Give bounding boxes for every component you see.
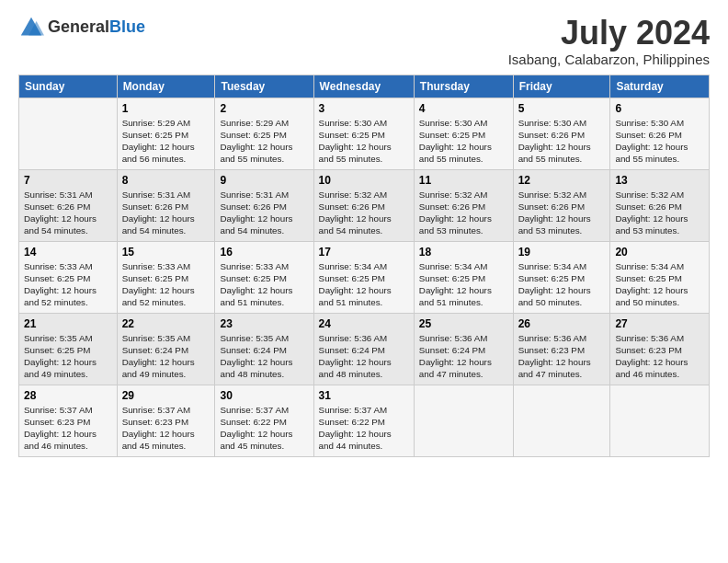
calendar-week-5: 28Sunrise: 5:37 AMSunset: 6:23 PMDayligh… <box>19 385 710 456</box>
day-number: 13 <box>615 174 704 187</box>
day-number: 4 <box>419 102 508 115</box>
day-number: 22 <box>122 317 210 330</box>
calendar-cell: 12Sunrise: 5:32 AMSunset: 6:26 PMDayligh… <box>513 169 610 241</box>
calendar-cell: 16Sunrise: 5:33 AMSunset: 6:25 PMDayligh… <box>215 241 313 313</box>
cell-content: Sunrise: 5:29 AMSunset: 6:25 PMDaylight:… <box>122 117 210 166</box>
cell-content: Sunrise: 5:37 AMSunset: 6:22 PMDaylight:… <box>319 404 409 453</box>
calendar-cell: 22Sunrise: 5:35 AMSunset: 6:24 PMDayligh… <box>117 313 215 385</box>
day-number: 14 <box>24 246 112 259</box>
calendar-cell: 17Sunrise: 5:34 AMSunset: 6:25 PMDayligh… <box>313 241 414 313</box>
calendar-cell: 14Sunrise: 5:33 AMSunset: 6:25 PMDayligh… <box>19 241 118 313</box>
day-number: 25 <box>419 317 508 330</box>
cell-content: Sunrise: 5:31 AMSunset: 6:26 PMDaylight:… <box>220 189 308 237</box>
cell-content: Sunrise: 5:29 AMSunset: 6:25 PMDaylight:… <box>220 117 308 166</box>
calendar-cell <box>414 385 513 456</box>
calendar-week-2: 7Sunrise: 5:31 AMSunset: 6:26 PMDaylight… <box>19 169 710 241</box>
cell-content: Sunrise: 5:34 AMSunset: 6:25 PMDaylight:… <box>319 260 409 309</box>
day-number: 5 <box>518 102 606 115</box>
day-number: 31 <box>319 389 409 402</box>
calendar-cell: 20Sunrise: 5:34 AMSunset: 6:25 PMDayligh… <box>610 241 710 313</box>
day-number: 23 <box>220 317 308 330</box>
header-row: Sunday Monday Tuesday Wednesday Thursday… <box>19 75 710 98</box>
calendar-cell: 13Sunrise: 5:32 AMSunset: 6:26 PMDayligh… <box>610 169 710 241</box>
day-number: 18 <box>419 246 508 259</box>
calendar-cell: 19Sunrise: 5:34 AMSunset: 6:25 PMDayligh… <box>513 241 610 313</box>
cell-content: Sunrise: 5:30 AMSunset: 6:25 PMDaylight:… <box>319 117 409 166</box>
calendar-cell: 31Sunrise: 5:37 AMSunset: 6:22 PMDayligh… <box>313 385 414 456</box>
cell-content: Sunrise: 5:34 AMSunset: 6:25 PMDaylight:… <box>419 260 508 309</box>
cell-content: Sunrise: 5:34 AMSunset: 6:25 PMDaylight:… <box>518 260 606 309</box>
calendar-cell: 2Sunrise: 5:29 AMSunset: 6:25 PMDaylight… <box>215 98 313 169</box>
cell-content: Sunrise: 5:32 AMSunset: 6:26 PMDaylight:… <box>419 189 508 237</box>
col-sunday: Sunday <box>19 75 118 98</box>
calendar-cell <box>610 385 710 456</box>
day-number: 7 <box>24 174 112 187</box>
col-friday: Friday <box>513 75 610 98</box>
calendar-cell <box>513 385 610 456</box>
day-number: 1 <box>122 102 210 115</box>
calendar-table: Sunday Monday Tuesday Wednesday Thursday… <box>18 75 710 457</box>
day-number: 11 <box>419 174 508 187</box>
day-number: 3 <box>319 102 409 115</box>
cell-content: Sunrise: 5:35 AMSunset: 6:24 PMDaylight:… <box>122 332 210 381</box>
calendar-cell: 30Sunrise: 5:37 AMSunset: 6:22 PMDayligh… <box>215 385 313 456</box>
col-thursday: Thursday <box>414 75 513 98</box>
logo-icon <box>18 15 44 40</box>
calendar-cell: 27Sunrise: 5:36 AMSunset: 6:23 PMDayligh… <box>610 313 710 385</box>
day-number: 20 <box>615 246 704 259</box>
day-number: 27 <box>615 317 704 330</box>
day-number: 10 <box>319 174 409 187</box>
cell-content: Sunrise: 5:32 AMSunset: 6:26 PMDaylight:… <box>319 189 409 237</box>
day-number: 6 <box>615 102 704 115</box>
calendar-body: 1Sunrise: 5:29 AMSunset: 6:25 PMDaylight… <box>19 98 710 456</box>
day-number: 16 <box>220 246 308 259</box>
day-number: 28 <box>24 389 112 402</box>
col-saturday: Saturday <box>610 75 710 98</box>
logo-general-text: GeneralBlue <box>48 18 145 37</box>
cell-content: Sunrise: 5:35 AMSunset: 6:25 PMDaylight:… <box>24 332 112 381</box>
calendar-cell: 29Sunrise: 5:37 AMSunset: 6:23 PMDayligh… <box>117 385 215 456</box>
cell-content: Sunrise: 5:36 AMSunset: 6:23 PMDaylight:… <box>615 332 704 381</box>
calendar-cell: 26Sunrise: 5:36 AMSunset: 6:23 PMDayligh… <box>513 313 610 385</box>
calendar-cell: 4Sunrise: 5:30 AMSunset: 6:25 PMDaylight… <box>414 98 513 169</box>
col-monday: Monday <box>117 75 215 98</box>
day-number: 24 <box>319 317 409 330</box>
calendar-cell: 8Sunrise: 5:31 AMSunset: 6:26 PMDaylight… <box>117 169 215 241</box>
subtitle: Isabang, Calabarzon, Philippines <box>508 52 710 67</box>
calendar-cell: 9Sunrise: 5:31 AMSunset: 6:26 PMDaylight… <box>215 169 313 241</box>
cell-content: Sunrise: 5:32 AMSunset: 6:26 PMDaylight:… <box>615 189 704 237</box>
day-number: 15 <box>122 246 210 259</box>
cell-content: Sunrise: 5:33 AMSunset: 6:25 PMDaylight:… <box>122 260 210 309</box>
day-number: 21 <box>24 317 112 330</box>
calendar-cell <box>19 98 118 169</box>
calendar-week-1: 1Sunrise: 5:29 AMSunset: 6:25 PMDaylight… <box>19 98 710 169</box>
calendar-cell: 7Sunrise: 5:31 AMSunset: 6:26 PMDaylight… <box>19 169 118 241</box>
cell-content: Sunrise: 5:33 AMSunset: 6:25 PMDaylight:… <box>220 260 308 309</box>
day-number: 12 <box>518 174 606 187</box>
cell-content: Sunrise: 5:32 AMSunset: 6:26 PMDaylight:… <box>518 189 606 237</box>
day-number: 30 <box>220 389 308 402</box>
day-number: 9 <box>220 174 308 187</box>
day-number: 29 <box>122 389 210 402</box>
calendar-cell: 28Sunrise: 5:37 AMSunset: 6:23 PMDayligh… <box>19 385 118 456</box>
cell-content: Sunrise: 5:37 AMSunset: 6:22 PMDaylight:… <box>220 404 308 453</box>
header: GeneralBlue July 2024 Isabang, Calabarzo… <box>18 15 710 67</box>
col-wednesday: Wednesday <box>313 75 414 98</box>
calendar-cell: 5Sunrise: 5:30 AMSunset: 6:26 PMDaylight… <box>513 98 610 169</box>
cell-content: Sunrise: 5:36 AMSunset: 6:24 PMDaylight:… <box>419 332 508 381</box>
calendar-cell: 18Sunrise: 5:34 AMSunset: 6:25 PMDayligh… <box>414 241 513 313</box>
day-number: 17 <box>319 246 409 259</box>
cell-content: Sunrise: 5:34 AMSunset: 6:25 PMDaylight:… <box>615 260 704 309</box>
page: GeneralBlue July 2024 Isabang, Calabarzo… <box>0 0 728 466</box>
cell-content: Sunrise: 5:30 AMSunset: 6:26 PMDaylight:… <box>615 117 704 166</box>
calendar-cell: 21Sunrise: 5:35 AMSunset: 6:25 PMDayligh… <box>19 313 118 385</box>
day-number: 26 <box>518 317 606 330</box>
day-number: 2 <box>220 102 308 115</box>
cell-content: Sunrise: 5:31 AMSunset: 6:26 PMDaylight:… <box>24 189 112 237</box>
calendar-cell: 3Sunrise: 5:30 AMSunset: 6:25 PMDaylight… <box>313 98 414 169</box>
cell-content: Sunrise: 5:37 AMSunset: 6:23 PMDaylight:… <box>122 404 210 453</box>
day-number: 8 <box>122 174 210 187</box>
cell-content: Sunrise: 5:30 AMSunset: 6:25 PMDaylight:… <box>419 117 508 166</box>
cell-content: Sunrise: 5:36 AMSunset: 6:24 PMDaylight:… <box>319 332 409 381</box>
day-number: 19 <box>518 246 606 259</box>
